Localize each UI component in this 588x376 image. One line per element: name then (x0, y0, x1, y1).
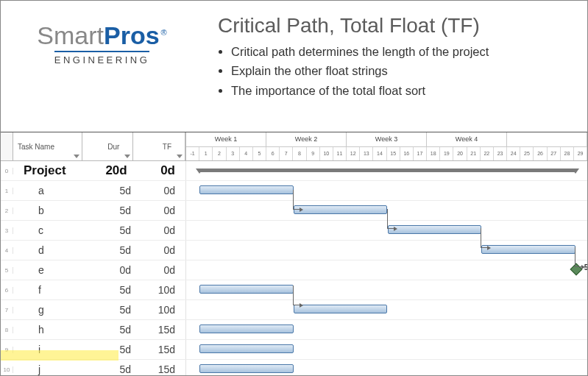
table-row[interactable]: 1a5d0d (1, 181, 587, 201)
table-row[interactable]: 7g5d10d (1, 300, 587, 320)
cell-task-name: a (13, 185, 99, 196)
week-cell: Week 1 (186, 132, 266, 146)
cell-task-name: d (13, 244, 99, 256)
task-bar[interactable] (199, 364, 294, 373)
brand-subtitle: ENGINEERING (54, 51, 150, 65)
week-cell: Week 2 (266, 132, 347, 146)
cell-total-float: 0d (141, 244, 185, 256)
table-columns: Task Name Dur TF (13, 132, 185, 160)
summary-bar[interactable] (199, 169, 575, 172)
registered-mark: ® (161, 28, 167, 37)
brand-word-1: Smart (37, 21, 104, 49)
page-title: Critical Path, Total Float (TF) (218, 14, 573, 38)
cell-total-float: 15d (141, 344, 185, 355)
task-bar[interactable] (388, 225, 482, 234)
cell-duration: 5d (99, 205, 141, 216)
watermark (1, 350, 118, 361)
header: SmartPros® ENGINEERING Critical Path, To… (1, 1, 587, 100)
bullet-list: Critical path determines the length of t… (231, 42, 573, 100)
day-cell: 4 (240, 147, 253, 161)
day-cell: 23 (494, 147, 507, 161)
task-bar[interactable] (294, 205, 388, 214)
cell-task-name: h (13, 324, 99, 336)
cell-duration: 0d (99, 264, 141, 276)
table-row[interactable]: 6f5d10d (1, 280, 587, 300)
cell-total-float: 15d (141, 324, 185, 336)
day-cell: 3 (227, 147, 240, 161)
task-bar[interactable] (199, 185, 294, 194)
table-row[interactable]: 8h5d15d (1, 320, 587, 340)
cell-total-float: 0d (141, 264, 185, 276)
cell-duration: 5d (99, 324, 141, 336)
row-cells: e0d0d (13, 260, 185, 280)
cell-task-name: e (13, 264, 99, 276)
row-index: 3 (1, 227, 13, 234)
cell-duration: 5d (99, 284, 141, 296)
milestone-label: 5/17 (584, 263, 587, 272)
task-bar[interactable] (199, 344, 294, 353)
cell-duration: 5d (99, 363, 141, 375)
day-cell: 14 (373, 147, 386, 161)
day-cell: 7 (280, 147, 293, 161)
table-row[interactable]: 10j5d15d (1, 360, 587, 375)
table-row[interactable]: 2b5d0d (1, 201, 587, 221)
milestone-icon[interactable] (570, 263, 582, 276)
bullet-item: The importance of the total float sort (231, 81, 573, 100)
day-cell: 15 (387, 147, 400, 161)
gantt-cell (185, 360, 587, 375)
row-index: 8 (1, 327, 13, 333)
row-index-header (1, 132, 13, 160)
brand: SmartPros® (15, 23, 188, 48)
gantt-cell (185, 320, 587, 339)
chevron-down-icon (177, 155, 183, 158)
row-cells: g5d10d (13, 300, 185, 319)
gantt-cell (185, 241, 587, 260)
row-cells: b5d0d (13, 201, 185, 220)
col-task-name-label: Task Name (18, 143, 54, 151)
cell-task-name: c (13, 224, 99, 236)
gantt-cell (185, 201, 587, 220)
col-total-float[interactable]: TF (133, 132, 185, 160)
day-cell: 17 (414, 147, 427, 161)
chevron-down-icon (124, 155, 130, 158)
summary-row[interactable]: 0Project20d0d (1, 161, 587, 181)
cell-task-name: g (13, 304, 99, 316)
cell-total-float: 10d (141, 304, 185, 316)
day-cell: 24 (507, 147, 520, 161)
row-cells: f5d10d (13, 280, 185, 299)
table-row[interactable]: 4d5d0d (1, 241, 587, 260)
day-cell: 22 (481, 147, 494, 161)
row-index: 5 (1, 267, 13, 274)
cell-total-float: 0d (141, 224, 185, 236)
row-index: 1 (1, 188, 13, 194)
table-row[interactable]: 3c5d0d (1, 221, 587, 241)
table-row[interactable]: 5e0d0d5/17 (1, 260, 587, 280)
day-cell: 28 (561, 147, 574, 161)
cell-total-float: 10d (141, 284, 185, 296)
row-cells: Project20d0d (13, 161, 185, 180)
day-cell: 21 (467, 147, 481, 161)
task-bar[interactable] (199, 285, 294, 294)
task-bar[interactable] (199, 324, 294, 333)
row-index: 10 (1, 366, 13, 373)
chevron-down-icon (74, 155, 79, 158)
cell-task-name: f (13, 284, 99, 296)
gantt-cell (185, 340, 587, 359)
row-index: 7 (1, 307, 13, 313)
week-cell: Week 4 (427, 132, 507, 146)
col-duration-label: Dur (107, 143, 119, 151)
row-index: 4 (1, 247, 13, 254)
row-cells: a5d0d (13, 181, 185, 200)
col-duration[interactable]: Dur (82, 132, 133, 160)
day-cell: 27 (548, 147, 561, 161)
gantt-cell (185, 280, 587, 299)
cell-duration: 5d (99, 224, 141, 236)
week-cell: Week 3 (347, 132, 427, 146)
task-bar[interactable] (481, 245, 575, 254)
col-task-name[interactable]: Task Name (13, 132, 82, 160)
timeline-header: Week 1Week 2Week 3Week 4 -11234567891011… (185, 132, 587, 160)
task-bar[interactable] (294, 305, 388, 313)
gantt-cell (185, 181, 587, 200)
row-index: 6 (1, 287, 13, 294)
bullet-item: Explain the other float strings (231, 61, 573, 80)
